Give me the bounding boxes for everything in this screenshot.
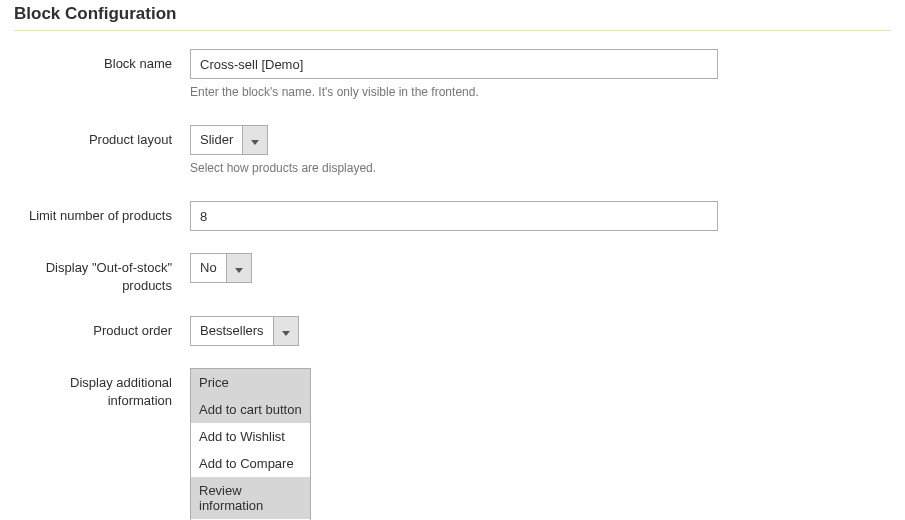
select-product-order[interactable]: Bestsellers — [190, 316, 299, 346]
hint-product-layout: Select how products are displayed. — [190, 161, 376, 175]
chevron-down-icon — [282, 324, 290, 339]
ms-option-price[interactable]: Price — [191, 369, 310, 396]
field-row-limit-products: Limit number of products — [14, 201, 891, 231]
ms-option-review-info[interactable]: Review information — [191, 477, 310, 519]
section-divider — [14, 30, 891, 31]
label-additional-info: Display additional information — [14, 368, 190, 409]
select-out-of-stock-value: No — [191, 254, 226, 282]
select-out-of-stock-toggle[interactable] — [226, 254, 251, 282]
input-block-name[interactable] — [190, 49, 718, 79]
label-out-of-stock: Display "Out-of-stock" products — [14, 253, 190, 294]
ms-option-add-to-compare[interactable]: Add to Compare — [191, 450, 310, 477]
field-row-product-order: Product order Bestsellers — [14, 316, 891, 346]
select-product-order-value: Bestsellers — [191, 317, 273, 345]
label-limit-products: Limit number of products — [14, 201, 190, 225]
select-product-order-toggle[interactable] — [273, 317, 298, 345]
multiselect-additional-info[interactable]: Price Add to cart button Add to Wishlist… — [190, 368, 311, 520]
select-out-of-stock[interactable]: No — [190, 253, 252, 283]
field-row-product-layout: Product layout Slider Select how product… — [14, 125, 891, 175]
field-row-additional-info: Display additional information Price Add… — [14, 368, 891, 520]
ms-option-add-to-wishlist[interactable]: Add to Wishlist — [191, 423, 310, 450]
field-row-out-of-stock: Display "Out-of-stock" products No — [14, 253, 891, 294]
block-configuration-panel: Block Configuration Block name Enter the… — [0, 0, 905, 520]
label-product-layout: Product layout — [14, 125, 190, 149]
ms-option-add-to-cart[interactable]: Add to cart button — [191, 396, 310, 423]
select-product-layout-toggle[interactable] — [242, 126, 267, 154]
select-product-layout[interactable]: Slider — [190, 125, 268, 155]
chevron-down-icon — [235, 261, 243, 276]
chevron-down-icon — [251, 133, 259, 148]
input-limit-products[interactable] — [190, 201, 718, 231]
select-product-layout-value: Slider — [191, 126, 242, 154]
label-product-order: Product order — [14, 316, 190, 340]
section-title: Block Configuration — [14, 4, 891, 24]
field-row-block-name: Block name Enter the block's name. It's … — [14, 49, 891, 99]
hint-block-name: Enter the block's name. It's only visibl… — [190, 85, 718, 99]
label-block-name: Block name — [14, 49, 190, 73]
